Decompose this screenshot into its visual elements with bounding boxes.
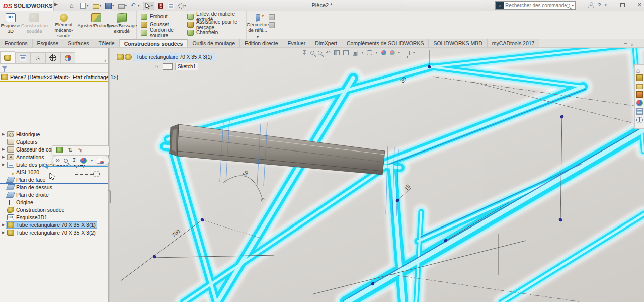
structural-member-button[interactable]: Elément mécano-soudé — [48, 11, 79, 39]
reference-geometry-button[interactable]: Géométrie de réfé... ▾ — [247, 11, 269, 39]
minimize-button[interactable]: — — [611, 2, 616, 8]
edit-feature-icon[interactable] — [56, 147, 63, 153]
print-button[interactable]: ▾ — [117, 3, 128, 9]
tree-item-esquisse3d1[interactable]: Esquisse3D1 — [0, 213, 108, 221]
chevron-down-icon[interactable]: ▾ — [361, 51, 363, 55]
hide-show-items-icon[interactable] — [367, 50, 372, 55]
tab-dimxpert[interactable]: DimXpert — [310, 39, 342, 47]
appearances-icon[interactable] — [636, 100, 643, 106]
tab-tolerie[interactable]: Tôlerie — [94, 39, 120, 47]
suppress-icon[interactable]: ⊘ — [55, 157, 60, 164]
tab-solidworks-mbd[interactable]: SOLIDWORKS MBD — [429, 39, 487, 47]
tree-item-historique[interactable]: ▶Historique — [0, 130, 108, 138]
forum-icon[interactable] — [636, 117, 643, 123]
tab-outils-de-moulage[interactable]: Outils de moulage — [188, 39, 240, 47]
chevron-down-icon[interactable]: ▾ — [100, 4, 102, 8]
custom-properties-icon[interactable] — [636, 108, 643, 115]
chamfer-button[interactable]: Chanfrein — [187, 29, 243, 36]
chevron-down-icon[interactable]: ▾ — [376, 51, 378, 55]
tab-surfaces[interactable]: Surfaces — [63, 39, 94, 47]
chevron-down-icon[interactable]: ▾ — [138, 4, 140, 8]
expand-arrow-icon[interactable]: ▶ — [2, 155, 6, 159]
view-orientation-icon[interactable] — [343, 50, 349, 55]
panel-expand-icon[interactable]: › — [104, 57, 108, 63]
sketch-chip-icon[interactable] — [163, 63, 173, 70]
command-search[interactable]: › ▾ — [495, 1, 576, 10]
doc-close-icon[interactable]: × — [631, 42, 633, 47]
expand-arrow-icon[interactable]: ▶ — [2, 132, 6, 136]
instant3d-icon[interactable] — [269, 22, 275, 28]
tab-esquisse[interactable]: Esquisse — [33, 39, 64, 47]
tab-evaluer[interactable]: Evaluer — [283, 39, 311, 47]
open-button[interactable]: ▾ — [92, 2, 103, 9]
propertymanager-tab[interactable] — [15, 52, 30, 63]
file-properties-button[interactable] — [167, 2, 175, 10]
apply-scene-icon[interactable] — [390, 50, 395, 55]
zoom-area-icon[interactable] — [318, 51, 322, 55]
chevron-down-icon[interactable]: ▾ — [112, 4, 114, 8]
displaymanager-tab[interactable] — [60, 52, 75, 63]
graphics-viewport[interactable]: 50 700 30 15 — [108, 48, 644, 302]
dimxpertmanager-tab[interactable] — [45, 52, 60, 63]
tree-root-item[interactable]: Pièce2 (Défaut<<Défaut>_Etat d'affichage… — [1, 74, 118, 80]
isolate-icon[interactable]: ⇅ — [68, 147, 72, 154]
display-style-icon[interactable]: ▣ — [352, 50, 358, 56]
tab-constructions-soudees[interactable]: Constructions soudées — [120, 39, 188, 47]
extruded-boss-button[interactable]: Base/Bossage extrudé — [107, 11, 137, 34]
tree-item-construction-soudee[interactable]: Construction soudée — [0, 206, 108, 213]
search-input[interactable] — [505, 3, 566, 8]
tree-filter-bar[interactable] — [0, 64, 108, 73]
hole-wizard-button[interactable]: Assistance pour le perçage — [187, 21, 243, 28]
search-icon[interactable] — [566, 4, 570, 8]
panel-splitter[interactable] — [108, 48, 110, 302]
new-document-button[interactable]: ▾ — [79, 2, 90, 9]
section-view-icon[interactable] — [334, 50, 340, 55]
tree-item-tube-2[interactable]: ▶Tube rectangulaire 70 X 35 X 3(2) — [0, 229, 108, 236]
previous-view-icon[interactable]: ↶ — [326, 50, 331, 56]
cascade-windows-button[interactable] — [629, 3, 633, 7]
chevron-down-icon[interactable]: ▾ — [87, 4, 89, 8]
dim-15[interactable]: 15 — [403, 183, 411, 191]
restore-button[interactable] — [620, 3, 625, 7]
featuremanager-tab[interactable] — [0, 51, 15, 63]
options-button[interactable]: ▾ — [177, 2, 187, 9]
splitter-handle[interactable] — [108, 190, 111, 203]
zoom-fit-icon[interactable] — [310, 51, 314, 55]
normal-to-icon[interactable]: ↧ — [72, 157, 76, 164]
design-library-icon[interactable] — [636, 74, 643, 81]
configurationmanager-tab[interactable]: ⎘ — [30, 52, 45, 63]
view-palette-icon[interactable] — [636, 91, 643, 98]
user-account-icon[interactable] — [588, 2, 594, 8]
feature-icon[interactable] — [125, 54, 132, 60]
end-cap-button[interactable]: Embout — [141, 13, 180, 20]
help-button[interactable]: ? — [598, 2, 601, 8]
expand-arrow-icon[interactable]: ▶ — [2, 231, 6, 235]
magnified-selection-icon[interactable] — [64, 159, 68, 163]
expand-arrow-icon[interactable]: ▶ — [2, 147, 6, 152]
close-button[interactable]: ✕ — [637, 2, 642, 8]
chevron-down-icon[interactable]: ▾ — [605, 3, 607, 7]
chevron-down-icon[interactable]: ▾ — [413, 51, 415, 55]
chevron-down-icon[interactable]: ▾ — [257, 35, 259, 39]
chevron-down-icon[interactable]: ▾ — [125, 4, 127, 8]
sketch-3d-button[interactable]: Esquisse 3D — [0, 11, 21, 34]
curves-icon[interactable] — [269, 14, 275, 20]
copy-appearance-icon[interactable] — [97, 158, 103, 164]
interference-check-button[interactable] — [156, 2, 165, 10]
weldment-button[interactable]: Construction soudée — [21, 11, 48, 34]
select-tool-button[interactable]: ▾ — [143, 2, 155, 10]
view-settings-icon[interactable] — [404, 51, 410, 55]
doc-minimize-icon[interactable]: — — [616, 42, 620, 47]
rollback-icon[interactable]: ↰ — [77, 147, 82, 154]
part-icon[interactable] — [117, 54, 124, 60]
tree-item-origine[interactable]: Origine — [0, 198, 108, 206]
chevron-down-icon[interactable]: ▾ — [184, 4, 186, 8]
edit-appearance-icon[interactable] — [381, 50, 386, 55]
chevron-down-icon[interactable]: ▾ — [572, 4, 574, 8]
dim-50[interactable]: 50 — [242, 169, 250, 177]
tab-complements[interactable]: Compléments de SOLIDWORKS — [342, 39, 429, 47]
chevron-down-icon[interactable]: ▾ — [398, 51, 400, 55]
appearance-icon[interactable] — [80, 158, 87, 164]
expand-arrow-icon[interactable]: ▶ — [2, 163, 6, 167]
tab-fonctions[interactable]: Fonctions — [0, 39, 33, 47]
